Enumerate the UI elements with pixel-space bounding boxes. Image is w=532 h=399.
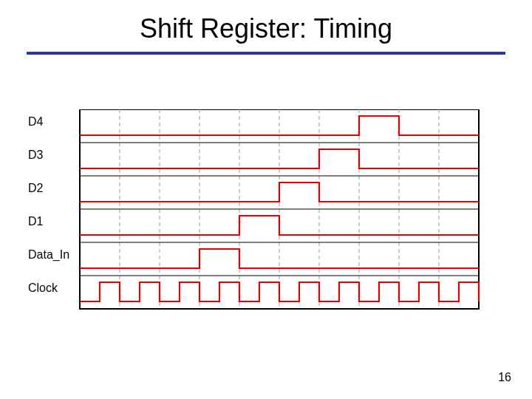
timing-svg [28,109,486,316]
page-number: 16 [498,371,511,384]
waveform-d2 [80,183,479,202]
timing-diagram: D4 D3 D2 D1 Data_In Clock [28,109,486,331]
waveform-d1 [80,216,479,235]
page-title: Shift Register: Timing [0,0,532,52]
waveform-clock [80,282,479,301]
title-underline [27,52,505,55]
